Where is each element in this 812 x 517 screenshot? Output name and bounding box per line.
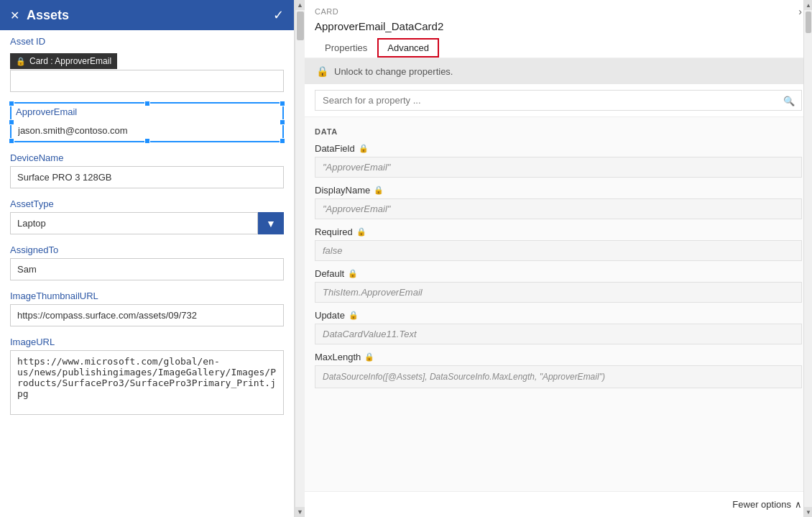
- left-content: Asset ID 🔒 Card : ApproverEmail Approver…: [0, 30, 294, 517]
- card-name: ApproverEmail_DataCard2: [315, 20, 802, 32]
- resize-handle-ml: [9, 119, 14, 125]
- scroll-track: [295, 10, 305, 507]
- datafield-lock-icon: 🔒: [359, 144, 369, 153]
- fewer-options-label: Fewer options: [732, 499, 791, 510]
- unlock-message: Unlock to change properties.: [334, 66, 453, 77]
- asset-type-section: AssetType ▼: [10, 198, 284, 234]
- asset-type-label: AssetType: [10, 198, 284, 209]
- resize-handle-bm: [144, 138, 150, 144]
- middle-scrollbar: ▲ ▼: [295, 0, 305, 517]
- assigned-to-section: AssignedTo: [10, 244, 284, 280]
- prop-label-text-maxlength: MaxLength: [315, 352, 361, 362]
- right-header-top: CARD ›: [315, 6, 802, 17]
- right-content: 🔒 Unlock to change properties. 🔍 DATA Da…: [305, 58, 812, 491]
- right-scroll-up[interactable]: ▲: [804, 0, 812, 10]
- required-lock-icon: 🔒: [356, 227, 366, 237]
- asset-type-select-wrapper: ▼: [10, 212, 284, 234]
- tab-advanced[interactable]: Advanced: [377, 38, 439, 58]
- prop-label-maxlength: MaxLength 🔒: [315, 352, 802, 362]
- scroll-down-arrow[interactable]: ▼: [295, 507, 305, 517]
- right-tabs: Properties Advanced: [315, 38, 802, 58]
- right-scrollbar: ▲ ▼: [803, 0, 812, 517]
- asset-type-input[interactable]: [10, 212, 258, 234]
- right-panel: CARD › ApproverEmail_DataCard2 Propertie…: [305, 0, 812, 517]
- prop-row-maxlength: MaxLength 🔒 DataSourceInfo([@Assets], Da…: [315, 352, 802, 388]
- property-search-input[interactable]: [315, 90, 802, 111]
- data-section-title: DATA: [315, 127, 802, 136]
- prop-label-text-default: Default: [315, 268, 344, 279]
- tooltip-lock-icon: 🔒: [16, 57, 26, 66]
- scroll-thumb[interactable]: [297, 12, 304, 40]
- image-url-textarea[interactable]: https://www.microsoft.com/global/en-us/n…: [10, 350, 284, 415]
- card-tooltip: 🔒 Card : ApproverEmail: [10, 53, 117, 69]
- prop-label-update: Update 🔒: [315, 310, 802, 321]
- right-scroll-down[interactable]: ▼: [804, 507, 812, 517]
- prop-row-update: Update 🔒 DataCardValue11.Text: [315, 310, 802, 344]
- chevron-up-icon: ∧: [795, 499, 802, 510]
- resize-handle-tm: [144, 101, 150, 106]
- prop-label-text-datafield: DataField: [315, 143, 355, 154]
- assigned-to-input[interactable]: [10, 258, 284, 280]
- search-icon: 🔍: [783, 95, 795, 106]
- right-footer: Fewer options ∧: [305, 491, 812, 517]
- prop-label-text-update: Update: [315, 310, 345, 321]
- tab-properties[interactable]: Properties: [315, 38, 377, 58]
- fewer-options-button[interactable]: Fewer options ∧: [732, 499, 802, 510]
- prop-value-default: ThisItem.ApproverEmail: [315, 282, 802, 303]
- device-name-label: DeviceName: [10, 152, 284, 163]
- search-wrapper: 🔍: [315, 90, 802, 111]
- panel-title: Assets: [27, 8, 69, 23]
- prop-label-required: Required 🔒: [315, 227, 802, 237]
- prop-row-default: Default 🔒 ThisItem.ApproverEmail: [315, 268, 802, 303]
- displayname-lock-icon: 🔒: [374, 186, 384, 195]
- prop-row-datafield: DataField 🔒 "ApproverEmail": [315, 143, 802, 178]
- prop-row-displayname: DisplayName 🔒 "ApproverEmail": [315, 185, 802, 219]
- image-url-section: ImageURL https://www.microsoft.com/globa…: [10, 337, 284, 417]
- right-panel-inner: 🔒 Unlock to change properties. 🔍 DATA Da…: [305, 58, 812, 517]
- card-section-label: CARD: [315, 7, 338, 16]
- resize-handle-tr: [280, 101, 285, 106]
- default-lock-icon: 🔒: [348, 269, 358, 278]
- prop-label-default: Default 🔒: [315, 268, 802, 279]
- tooltip-text: Card : ApproverEmail: [29, 56, 111, 66]
- prop-label-displayname: DisplayName 🔒: [315, 185, 802, 196]
- prop-label-text-displayname: DisplayName: [315, 185, 370, 196]
- image-thumbnail-url-label: ImageThumbnailURL: [10, 290, 284, 301]
- asset-type-dropdown-button[interactable]: ▼: [258, 212, 284, 234]
- asset-id-input[interactable]: [10, 70, 284, 92]
- right-chevron-icon[interactable]: ›: [798, 6, 802, 17]
- resize-handle-bl: [9, 138, 14, 144]
- prop-value-update: DataCardValue11.Text: [315, 324, 802, 344]
- image-url-label: ImageURL: [10, 337, 284, 347]
- resize-handle-br: [280, 138, 285, 144]
- prop-value-maxlength: DataSourceInfo([@Assets], DataSourceInfo…: [315, 365, 802, 388]
- prop-label-text-required: Required: [315, 227, 353, 237]
- left-header: ✕ Assets ✓: [0, 0, 294, 30]
- unlock-bar: 🔒 Unlock to change properties.: [305, 58, 812, 84]
- right-scroll-track: [804, 10, 812, 507]
- asset-id-section: Asset ID 🔒 Card : ApproverEmail: [10, 36, 284, 92]
- unlock-lock-icon: 🔒: [316, 65, 328, 77]
- prop-row-required: Required 🔒 false: [315, 227, 802, 261]
- assigned-to-label: AssignedTo: [10, 244, 284, 255]
- approver-email-section: ApproverEmail: [10, 102, 284, 142]
- close-icon[interactable]: ✕: [10, 9, 19, 22]
- prop-value-datafield: "ApproverEmail": [315, 157, 802, 178]
- prop-label-datafield: DataField 🔒: [315, 143, 802, 154]
- image-thumbnail-url-section: ImageThumbnailURL: [10, 290, 284, 326]
- prop-value-displayname: "ApproverEmail": [315, 198, 802, 219]
- right-scroll-thumb[interactable]: [806, 12, 811, 33]
- right-header: CARD › ApproverEmail_DataCard2 Propertie…: [305, 0, 812, 58]
- left-header-left: ✕ Assets: [10, 8, 69, 23]
- resize-handle-mr: [280, 119, 285, 125]
- image-thumbnail-url-input[interactable]: [10, 304, 284, 326]
- left-panel: ✕ Assets ✓ Asset ID 🔒 Card : ApproverEma…: [0, 0, 295, 517]
- update-lock-icon: 🔒: [349, 311, 359, 320]
- resize-handle-tl: [9, 101, 14, 106]
- prop-value-required: false: [315, 240, 802, 261]
- asset-id-label: Asset ID: [10, 36, 284, 47]
- properties-content: DATA DataField 🔒 "ApproverEmail" Display…: [305, 117, 812, 403]
- device-name-input[interactable]: [10, 166, 284, 188]
- confirm-icon[interactable]: ✓: [273, 7, 284, 23]
- scroll-up-arrow[interactable]: ▲: [295, 0, 305, 10]
